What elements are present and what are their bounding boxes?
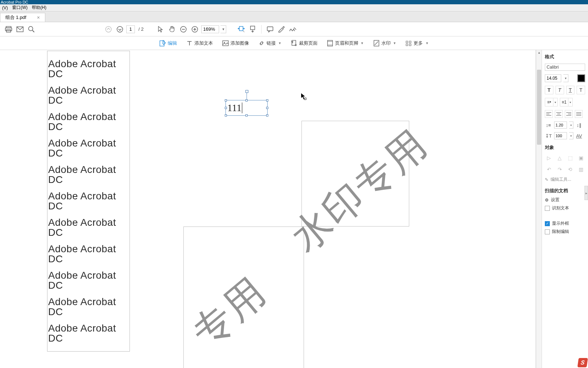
chevron-down-icon: ▼ xyxy=(425,41,429,45)
bullet-list-button[interactable]: ≡•▼ xyxy=(545,98,558,106)
menu-view[interactable]: (V) xyxy=(0,5,10,10)
svg-rect-27 xyxy=(406,44,408,46)
align-object-button[interactable]: ▥ xyxy=(577,165,585,174)
zoom-level-input[interactable] xyxy=(201,25,219,33)
sogou-ime-icon[interactable]: S xyxy=(577,358,588,367)
sign-icon[interactable] xyxy=(288,24,298,34)
char-scale-dropdown[interactable]: ▼ xyxy=(569,132,573,139)
resize-handle[interactable] xyxy=(266,107,268,109)
settings-label: 设置 xyxy=(551,197,559,203)
link-icon xyxy=(258,40,265,46)
document-area[interactable]: Adobe Acrobat DC Adobe Acrobat DC Adobe … xyxy=(0,50,536,368)
fit-page-icon[interactable] xyxy=(248,24,258,34)
paragraph-spacing-icon[interactable]: ↕‖ xyxy=(576,121,583,129)
scrollbar-thumb[interactable] xyxy=(537,70,541,145)
select-tool-icon[interactable] xyxy=(156,24,166,34)
panel-collapse-handle[interactable]: ▸ xyxy=(584,186,588,200)
resize-handle[interactable] xyxy=(245,99,248,101)
tab-close-button[interactable]: × xyxy=(37,15,40,20)
more-button[interactable]: 更多 ▼ xyxy=(403,39,431,48)
resize-handle[interactable] xyxy=(266,114,268,116)
align-right-button[interactable] xyxy=(565,110,573,118)
resize-handle[interactable] xyxy=(225,114,227,116)
watermark-button[interactable]: 水印 ▼ xyxy=(371,39,399,48)
titlebar: Acrobat Pro DC xyxy=(0,0,588,4)
number-list-button[interactable]: ≡1▼ xyxy=(560,98,573,106)
resize-handle[interactable] xyxy=(266,99,268,101)
italic-button[interactable]: T xyxy=(556,86,564,94)
line-spacing-dropdown[interactable]: ▼ xyxy=(569,121,573,129)
app-name: Acrobat Pro DC xyxy=(1,0,28,4)
main-toolbar: / 2 ▼ xyxy=(0,22,588,36)
char-scale-input[interactable] xyxy=(554,132,567,139)
page-up-icon[interactable] xyxy=(103,24,113,34)
zoom-out-icon[interactable] xyxy=(178,24,188,34)
recognize-text-label: 识别文本 xyxy=(552,205,569,211)
resize-handle[interactable] xyxy=(245,114,248,116)
text-block[interactable]: Adobe Acrobat DC Adobe Acrobat DC Adobe … xyxy=(47,51,130,352)
comment-icon[interactable] xyxy=(265,24,275,34)
text-line: Adobe Acrobat DC xyxy=(48,191,129,211)
email-icon[interactable] xyxy=(15,24,25,34)
svg-rect-28 xyxy=(409,44,411,46)
selected-text-box[interactable]: 111 xyxy=(225,100,268,116)
resize-handle[interactable] xyxy=(225,107,227,109)
flip-horizontal-button[interactable]: ▷ xyxy=(545,154,553,162)
line-spacing-input[interactable] xyxy=(554,121,567,129)
crop-object-button[interactable]: ⬚ xyxy=(566,154,575,162)
scroll-up-icon[interactable]: ▲ xyxy=(537,51,541,55)
document-tab[interactable]: 组合 1.pdf × xyxy=(0,13,45,22)
flip-vertical-button[interactable]: △ xyxy=(556,154,564,162)
fit-width-icon[interactable] xyxy=(236,24,246,34)
menu-window[interactable]: 窗口(W) xyxy=(10,5,30,11)
page-down-icon[interactable] xyxy=(115,24,125,34)
font-selector[interactable]: Calibri xyxy=(545,64,585,71)
highlight-icon[interactable] xyxy=(277,24,287,34)
recognize-text-checkbox[interactable] xyxy=(545,206,550,211)
page-number-input[interactable] xyxy=(126,25,135,33)
vertical-scrollbar[interactable]: ▲ xyxy=(536,50,542,368)
restrict-edit-checkbox[interactable] xyxy=(545,229,550,234)
align-justify-button[interactable] xyxy=(575,110,583,118)
underline-button[interactable]: T xyxy=(566,86,575,94)
editing-text[interactable]: 111 xyxy=(227,102,242,114)
rotate-ccw-button[interactable]: ↶ xyxy=(545,165,553,174)
rotate-cw-button[interactable]: ↷ xyxy=(556,165,564,174)
font-color-swatch[interactable] xyxy=(577,74,585,82)
svg-rect-25 xyxy=(406,41,408,43)
replace-button[interactable]: ⟲ xyxy=(566,165,575,174)
add-image-button[interactable]: 添加图像 xyxy=(220,39,251,48)
hand-tool-icon[interactable] xyxy=(167,24,177,34)
search-icon[interactable] xyxy=(26,24,36,34)
edit-tools-link[interactable]: ✎ 编辑工具... xyxy=(545,176,585,183)
link-button[interactable]: 链接 ▼ xyxy=(256,39,284,48)
show-boxes-checkbox[interactable]: ✓ xyxy=(545,221,550,226)
crop-button[interactable]: 裁剪页面 xyxy=(289,39,320,48)
print-icon[interactable] xyxy=(4,24,14,34)
chevron-down-icon: ▼ xyxy=(393,41,396,45)
arrange-button[interactable]: ▣ xyxy=(577,154,585,162)
zoom-dropdown-button[interactable]: ▼ xyxy=(220,25,226,33)
watermark-frame[interactable] xyxy=(183,227,304,368)
font-size-dropdown[interactable]: ▼ xyxy=(563,74,568,82)
svg-point-4 xyxy=(29,26,33,31)
resize-handle[interactable] xyxy=(225,99,227,101)
kerning-icon[interactable]: AV xyxy=(576,132,583,139)
svg-line-5 xyxy=(32,30,34,32)
text-line: Adobe Acrobat DC xyxy=(48,165,129,185)
watermark-frame[interactable] xyxy=(301,121,409,227)
svg-rect-26 xyxy=(409,41,411,43)
align-center-button[interactable] xyxy=(555,110,563,118)
header-footer-label: 页眉和页脚 xyxy=(335,40,358,46)
align-left-button[interactable] xyxy=(545,110,553,118)
menu-help[interactable]: 帮助(H) xyxy=(30,5,49,11)
header-footer-button[interactable]: 页眉和页脚 ▼ xyxy=(325,39,366,48)
gear-icon: ⚙ xyxy=(545,198,549,203)
text-style-button[interactable]: T xyxy=(577,86,585,94)
zoom-in-icon[interactable] xyxy=(190,24,200,34)
add-text-button[interactable]: 添加文本 xyxy=(184,39,215,48)
settings-link[interactable]: ⚙ 设置 xyxy=(545,197,585,203)
bold-button[interactable]: T xyxy=(545,86,553,94)
font-size-input[interactable] xyxy=(545,74,561,82)
edit-button[interactable]: 编辑 xyxy=(157,39,179,48)
